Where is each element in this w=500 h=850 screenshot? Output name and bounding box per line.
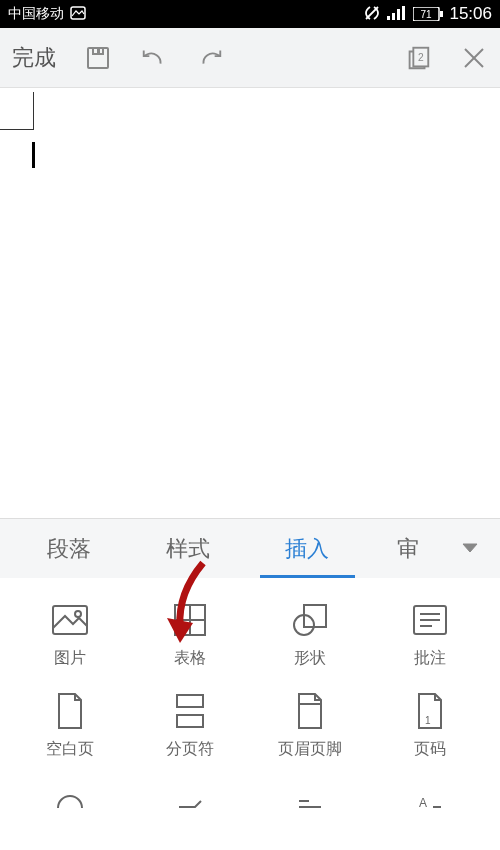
insert-partial-3[interactable] — [255, 782, 365, 822]
svg-point-15 — [75, 611, 81, 617]
page-break-icon — [170, 691, 210, 731]
header-footer-icon — [290, 691, 330, 731]
tab-paragraph-label: 段落 — [47, 536, 91, 561]
svg-rect-7 — [440, 11, 443, 17]
insert-page-break[interactable]: 分页符 — [135, 691, 245, 760]
svg-text:A: A — [419, 796, 427, 809]
panel-tabs: 段落 样式 插入 审 — [0, 518, 500, 578]
page-count-text: 2 — [418, 51, 424, 62]
insert-comment[interactable]: 批注 — [375, 600, 485, 669]
insert-partial-1[interactable] — [15, 782, 125, 822]
insert-table[interactable]: 表格 — [135, 600, 245, 669]
insert-comment-label: 批注 — [414, 648, 446, 669]
redo-icon[interactable] — [196, 44, 224, 72]
tab-review[interactable]: 审 — [367, 522, 450, 576]
tab-insert[interactable]: 插入 — [248, 522, 367, 576]
partial-icon-1 — [50, 782, 90, 822]
editor-toolbar: 完成 2 — [0, 28, 500, 88]
svg-rect-5 — [402, 6, 405, 20]
tab-style[interactable]: 样式 — [129, 522, 248, 576]
undo-icon[interactable] — [140, 44, 168, 72]
save-icon[interactable] — [84, 44, 112, 72]
signal-icon — [387, 6, 407, 23]
svg-text:1: 1 — [425, 715, 431, 726]
page-corner-mark — [0, 92, 34, 130]
document-canvas[interactable] — [0, 88, 500, 518]
done-button[interactable]: 完成 — [12, 43, 56, 73]
svg-marker-13 — [463, 544, 477, 552]
insert-panel: 图片 表格 形状 批注 空白页 — [0, 578, 500, 822]
partial-icon-4: A — [410, 782, 450, 822]
svg-rect-4 — [397, 9, 400, 20]
battery-icon: 71 /* battery text bound below via data-… — [413, 7, 443, 21]
partial-icon-3 — [290, 782, 330, 822]
tab-review-label: 审 — [397, 536, 419, 561]
tab-more-icon[interactable] — [450, 540, 490, 558]
insert-blank-label: 空白页 — [46, 739, 94, 760]
screenshot-icon — [70, 6, 86, 23]
blank-page-icon — [50, 691, 90, 731]
svg-rect-25 — [177, 695, 203, 707]
insert-image[interactable]: 图片 — [15, 600, 125, 669]
insert-pagenumber-label: 页码 — [414, 739, 446, 760]
close-icon[interactable] — [460, 44, 488, 72]
partial-icon-2 — [170, 782, 210, 822]
tab-paragraph[interactable]: 段落 — [10, 522, 129, 576]
text-cursor — [32, 142, 35, 168]
tab-insert-label: 插入 — [285, 536, 329, 561]
mute-icon — [363, 4, 381, 25]
insert-shape-label: 形状 — [294, 648, 326, 669]
insert-page-number[interactable]: 1 页码 — [375, 691, 485, 760]
shape-icon — [290, 600, 330, 640]
table-icon — [170, 600, 210, 640]
insert-shape[interactable]: 形状 — [255, 600, 365, 669]
battery-level: 71 — [421, 9, 433, 20]
insert-blank-page[interactable]: 空白页 — [15, 691, 125, 760]
pages-icon[interactable]: 2 — [404, 44, 432, 72]
svg-rect-2 — [387, 16, 390, 20]
insert-partial-4[interactable]: A — [375, 782, 485, 822]
insert-headerfooter-label: 页眉页脚 — [278, 739, 342, 760]
status-right: 71 /* battery text bound below via data-… — [363, 4, 492, 25]
image-icon — [50, 600, 90, 640]
insert-header-footer[interactable]: 页眉页脚 — [255, 691, 365, 760]
time-label: 15:06 — [449, 4, 492, 24]
insert-image-label: 图片 — [54, 648, 86, 669]
carrier-label: 中国移动 — [8, 5, 64, 23]
svg-rect-3 — [392, 13, 395, 20]
tab-style-label: 样式 — [166, 536, 210, 561]
svg-rect-9 — [97, 49, 100, 53]
svg-rect-26 — [177, 715, 203, 727]
status-left: 中国移动 — [8, 5, 86, 23]
comment-icon — [410, 600, 450, 640]
page-number-icon: 1 — [410, 691, 450, 731]
insert-table-label: 表格 — [174, 648, 206, 669]
status-bar: 中国移动 71 /* battery text bound below via … — [0, 0, 500, 28]
insert-partial-2[interactable] — [135, 782, 245, 822]
insert-pagebreak-label: 分页符 — [166, 739, 214, 760]
